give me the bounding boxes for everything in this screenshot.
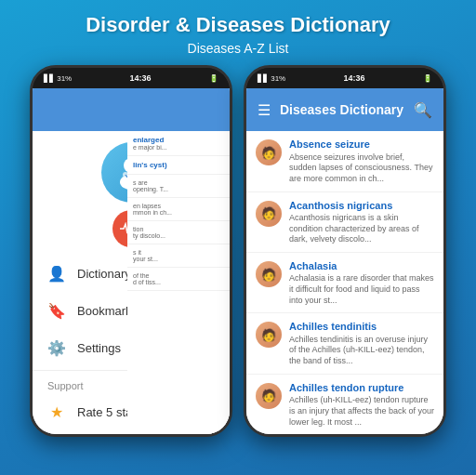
- bg-list-item: of the d of tiss...: [127, 268, 230, 291]
- bg-app-bar: [127, 88, 230, 131]
- disease-name: Achilles tendon rupture: [289, 381, 434, 394]
- disease-desc: Absence seizures involve brief, sudden l…: [289, 152, 434, 185]
- app-bar: ☰ Diseases Dictionary 🔍: [246, 88, 443, 131]
- clock: 14:36: [130, 73, 152, 83]
- hamburger-icon[interactable]: ☰: [258, 101, 271, 119]
- star-icon: ★: [47, 402, 66, 421]
- disease-desc: Achilles tendinitis is an overuse injury…: [289, 335, 434, 367]
- avatar: 🧑: [256, 383, 282, 409]
- app-title: Disorder & Diseases Dictionary: [0, 13, 476, 37]
- status-bar-right: ▋▋ 31% 14:36 🔋: [246, 68, 443, 88]
- drawer-label-settings: Settings: [77, 341, 121, 355]
- disease-text: Achilles tendon rupture Achilles (uh-KIL…: [289, 381, 434, 428]
- right-screen: ☰ Diseases Dictionary 🔍 🧑 Absence seizur…: [246, 88, 443, 434]
- page-header: Disorder & Diseases Dictionary Diseases …: [0, 0, 476, 65]
- app-bar-title: Diseases Dictionary: [280, 102, 404, 117]
- person-icon: 👤: [47, 264, 66, 283]
- bg-list-item: s it your st...: [127, 244, 230, 268]
- list-item[interactable]: 🧑 Absence seizure Absence seizures invol…: [246, 131, 443, 191]
- status-bar-left: ▋▋ 31% 14:36 🔋: [33, 68, 230, 88]
- avatar: 🧑: [256, 201, 282, 227]
- avatar: 🧑: [256, 261, 282, 287]
- disease-name: Acanthosis nigricans: [289, 199, 434, 212]
- drawer-label-dictionary: Dictionary: [77, 267, 131, 281]
- list-item[interactable]: 🧑 Achilles tendinitis Achilles tendiniti…: [246, 313, 443, 374]
- battery-icon-right: 🔋: [423, 74, 432, 83]
- bg-list-item: lin's cyst): [127, 156, 230, 175]
- left-phone: enlarged e major bi... lin's cyst) s are…: [30, 65, 232, 437]
- bookmark-icon: 🔖: [47, 301, 66, 320]
- battery-icon: 🔋: [209, 74, 218, 83]
- phones-container: enlarged e major bi... lin's cyst) s are…: [0, 65, 476, 437]
- disease-name: Achilles tendinitis: [289, 320, 434, 333]
- avatar: 🧑: [256, 139, 282, 165]
- list-item[interactable]: 🧑 Achalasia Achalasia is a rare disorder…: [246, 253, 443, 313]
- disease-desc: Achalasia is a rare disorder that makes …: [289, 273, 434, 306]
- bg-list-item: en lapses mmon in ch...: [127, 198, 230, 221]
- search-icon[interactable]: 🔍: [414, 101, 432, 119]
- bg-content: enlarged e major bi... lin's cyst) s are…: [127, 88, 230, 434]
- gear-icon: ⚙️: [47, 338, 66, 357]
- disease-text: Achilles tendinitis Achilles tendinitis …: [289, 320, 434, 366]
- bg-list-item: s are opening. T...: [127, 175, 230, 198]
- disease-text: Absence seizure Absence seizures involve…: [289, 138, 434, 184]
- right-phone: ▋▋ 31% 14:36 🔋 ☰ Diseases Dictionary 🔍 🧑…: [244, 65, 446, 437]
- signal-icon-right: ▋▋ 31%: [258, 74, 285, 83]
- disease-text: Achalasia Achalasia is a rare disorder t…: [289, 259, 434, 306]
- disease-list: 🧑 Absence seizure Absence seizures invol…: [246, 131, 443, 434]
- list-item[interactable]: 🧑 Achilles tendon rupture Achilles (uh-K…: [246, 375, 443, 435]
- avatar: 🧑: [256, 322, 282, 348]
- bg-list-item: tion ty discolo...: [127, 221, 230, 244]
- disease-desc: Acanthosis nigricans is a skin condition…: [289, 213, 434, 245]
- clock-right: 14:36: [344, 73, 365, 83]
- list-item[interactable]: 🧑 Acanthosis nigricans Acanthosis nigric…: [246, 192, 443, 253]
- disease-desc: Achilles (uh-KILL-eez) tendon rupture is…: [289, 395, 434, 428]
- disease-name: Absence seizure: [289, 138, 434, 151]
- disease-name: Achalasia: [289, 259, 434, 272]
- signal-icon: ▋▋ 31%: [44, 74, 72, 83]
- bg-list-item: enlarged e major bi...: [127, 131, 230, 156]
- disease-text: Acanthosis nigricans Acanthosis nigrican…: [289, 199, 434, 245]
- app-subtitle: Diseases A-Z List: [0, 41, 476, 56]
